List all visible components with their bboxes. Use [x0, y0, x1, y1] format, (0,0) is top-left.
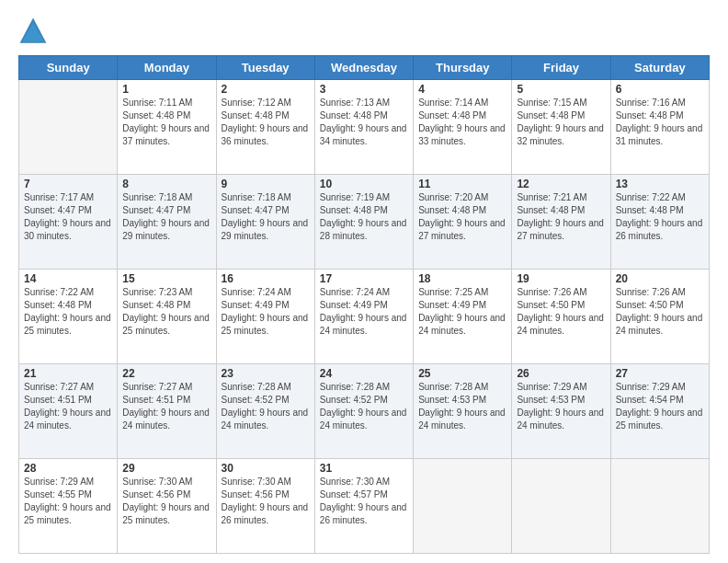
logo — [18, 17, 51, 46]
day-info: Sunrise: 7:20 AMSunset: 4:48 PMDaylight:… — [418, 191, 506, 243]
day-info: Sunrise: 7:14 AMSunset: 4:48 PMDaylight:… — [418, 97, 506, 148]
day-info: Sunrise: 7:12 AMSunset: 4:48 PMDaylight:… — [222, 97, 310, 148]
day-info: Sunrise: 7:22 AMSunset: 4:48 PMDaylight:… — [24, 286, 112, 338]
calendar-cell: 24Sunrise: 7:28 AMSunset: 4:52 PMDayligh… — [314, 364, 413, 459]
weekday-header-monday: Monday — [118, 56, 216, 80]
calendar-cell: 16Sunrise: 7:24 AMSunset: 4:49 PMDayligh… — [216, 270, 314, 364]
day-number: 14 — [24, 272, 112, 285]
day-number: 13 — [616, 178, 704, 190]
day-info: Sunrise: 7:27 AMSunset: 4:51 PMDaylight:… — [122, 381, 210, 432]
calendar-cell — [512, 459, 610, 554]
calendar-cell: 14Sunrise: 7:22 AMSunset: 4:48 PMDayligh… — [19, 270, 118, 364]
day-number: 12 — [517, 178, 605, 190]
calendar-cell: 12Sunrise: 7:21 AMSunset: 4:48 PMDayligh… — [512, 175, 610, 270]
day-info: Sunrise: 7:29 AMSunset: 4:55 PMDaylight:… — [24, 476, 112, 527]
calendar-cell: 6Sunrise: 7:16 AMSunset: 4:48 PMDaylight… — [610, 80, 709, 175]
svg-marker-1 — [22, 22, 44, 41]
day-number: 6 — [616, 83, 704, 96]
week-row-4: 21Sunrise: 7:27 AMSunset: 4:51 PMDayligh… — [19, 364, 710, 459]
day-info: Sunrise: 7:30 AMSunset: 4:56 PMDaylight:… — [122, 476, 210, 527]
day-info: Sunrise: 7:28 AMSunset: 4:53 PMDaylight:… — [418, 381, 506, 432]
day-number: 15 — [122, 272, 210, 285]
day-number: 22 — [122, 367, 210, 380]
calendar-cell: 26Sunrise: 7:29 AMSunset: 4:53 PMDayligh… — [512, 364, 610, 459]
day-info: Sunrise: 7:18 AMSunset: 4:47 PMDaylight:… — [222, 191, 310, 243]
calendar-cell: 2Sunrise: 7:12 AMSunset: 4:48 PMDaylight… — [216, 80, 314, 175]
calendar-cell: 17Sunrise: 7:24 AMSunset: 4:49 PMDayligh… — [314, 270, 413, 364]
day-info: Sunrise: 7:17 AMSunset: 4:47 PMDaylight:… — [24, 191, 112, 243]
day-number: 11 — [418, 178, 506, 190]
calendar-cell: 18Sunrise: 7:25 AMSunset: 4:49 PMDayligh… — [414, 270, 512, 364]
day-number: 18 — [418, 272, 506, 285]
calendar-cell: 5Sunrise: 7:15 AMSunset: 4:48 PMDaylight… — [512, 80, 610, 175]
weekday-header-saturday: Saturday — [610, 56, 709, 80]
day-info: Sunrise: 7:22 AMSunset: 4:48 PMDaylight:… — [616, 191, 704, 243]
calendar-cell: 3Sunrise: 7:13 AMSunset: 4:48 PMDaylight… — [314, 80, 413, 175]
calendar-cell: 9Sunrise: 7:18 AMSunset: 4:47 PMDaylight… — [216, 175, 314, 270]
day-info: Sunrise: 7:24 AMSunset: 4:49 PMDaylight:… — [320, 286, 408, 338]
day-number: 8 — [122, 178, 210, 190]
day-info: Sunrise: 7:11 AMSunset: 4:48 PMDaylight:… — [122, 97, 210, 148]
calendar-cell: 8Sunrise: 7:18 AMSunset: 4:47 PMDaylight… — [118, 175, 216, 270]
calendar-cell: 21Sunrise: 7:27 AMSunset: 4:51 PMDayligh… — [19, 364, 118, 459]
weekday-header-friday: Friday — [512, 56, 610, 80]
calendar-cell: 1Sunrise: 7:11 AMSunset: 4:48 PMDaylight… — [118, 80, 216, 175]
day-info: Sunrise: 7:13 AMSunset: 4:48 PMDaylight:… — [320, 97, 408, 148]
calendar-cell: 15Sunrise: 7:23 AMSunset: 4:48 PMDayligh… — [118, 270, 216, 364]
calendar-cell: 22Sunrise: 7:27 AMSunset: 4:51 PMDayligh… — [118, 364, 216, 459]
day-info: Sunrise: 7:15 AMSunset: 4:48 PMDaylight:… — [517, 97, 605, 148]
day-info: Sunrise: 7:30 AMSunset: 4:57 PMDaylight:… — [320, 476, 408, 527]
calendar-cell: 27Sunrise: 7:29 AMSunset: 4:54 PMDayligh… — [610, 364, 709, 459]
calendar-table: SundayMondayTuesdayWednesdayThursdayFrid… — [18, 55, 710, 554]
day-number: 28 — [24, 462, 112, 475]
week-row-3: 14Sunrise: 7:22 AMSunset: 4:48 PMDayligh… — [19, 270, 710, 364]
weekday-header-thursday: Thursday — [414, 56, 512, 80]
day-number: 27 — [616, 367, 704, 380]
day-info: Sunrise: 7:30 AMSunset: 4:56 PMDaylight:… — [222, 476, 310, 527]
day-number: 21 — [24, 367, 112, 380]
calendar-cell: 23Sunrise: 7:28 AMSunset: 4:52 PMDayligh… — [216, 364, 314, 459]
calendar-cell: 29Sunrise: 7:30 AMSunset: 4:56 PMDayligh… — [118, 459, 216, 554]
weekday-header-sunday: Sunday — [19, 56, 118, 80]
calendar-cell: 30Sunrise: 7:30 AMSunset: 4:56 PMDayligh… — [216, 459, 314, 554]
calendar-cell: 28Sunrise: 7:29 AMSunset: 4:55 PMDayligh… — [19, 459, 118, 554]
day-number: 26 — [517, 367, 605, 380]
day-info: Sunrise: 7:19 AMSunset: 4:48 PMDaylight:… — [320, 191, 408, 243]
day-number: 3 — [320, 83, 408, 96]
calendar-cell: 10Sunrise: 7:19 AMSunset: 4:48 PMDayligh… — [314, 175, 413, 270]
weekday-header-tuesday: Tuesday — [216, 56, 314, 80]
day-info: Sunrise: 7:28 AMSunset: 4:52 PMDaylight:… — [222, 381, 310, 432]
logo-icon — [18, 17, 48, 46]
week-row-2: 7Sunrise: 7:17 AMSunset: 4:47 PMDaylight… — [19, 175, 710, 270]
week-row-1: 1Sunrise: 7:11 AMSunset: 4:48 PMDaylight… — [19, 80, 710, 175]
week-row-5: 28Sunrise: 7:29 AMSunset: 4:55 PMDayligh… — [19, 459, 710, 554]
calendar-cell: 13Sunrise: 7:22 AMSunset: 4:48 PMDayligh… — [610, 175, 709, 270]
calendar-cell: 11Sunrise: 7:20 AMSunset: 4:48 PMDayligh… — [414, 175, 512, 270]
day-number: 29 — [122, 462, 210, 475]
day-info: Sunrise: 7:18 AMSunset: 4:47 PMDaylight:… — [122, 191, 210, 243]
calendar-cell — [610, 459, 709, 554]
day-number: 25 — [418, 367, 506, 380]
day-info: Sunrise: 7:26 AMSunset: 4:50 PMDaylight:… — [517, 286, 605, 338]
calendar-cell: 19Sunrise: 7:26 AMSunset: 4:50 PMDayligh… — [512, 270, 610, 364]
day-info: Sunrise: 7:29 AMSunset: 4:54 PMDaylight:… — [616, 381, 704, 432]
day-number: 16 — [222, 272, 310, 285]
day-info: Sunrise: 7:28 AMSunset: 4:52 PMDaylight:… — [320, 381, 408, 432]
calendar-cell: 7Sunrise: 7:17 AMSunset: 4:47 PMDaylight… — [19, 175, 118, 270]
day-info: Sunrise: 7:27 AMSunset: 4:51 PMDaylight:… — [24, 381, 112, 432]
day-number: 19 — [517, 272, 605, 285]
calendar-cell: 20Sunrise: 7:26 AMSunset: 4:50 PMDayligh… — [610, 270, 709, 364]
day-info: Sunrise: 7:16 AMSunset: 4:48 PMDaylight:… — [616, 97, 704, 148]
day-number: 5 — [517, 83, 605, 96]
day-number: 23 — [222, 367, 310, 380]
day-number: 2 — [222, 83, 310, 96]
calendar-cell: 25Sunrise: 7:28 AMSunset: 4:53 PMDayligh… — [414, 364, 512, 459]
day-number: 31 — [320, 462, 408, 475]
calendar-cell — [19, 80, 118, 175]
calendar-cell: 31Sunrise: 7:30 AMSunset: 4:57 PMDayligh… — [314, 459, 413, 554]
calendar-cell — [414, 459, 512, 554]
day-info: Sunrise: 7:29 AMSunset: 4:53 PMDaylight:… — [517, 381, 605, 432]
day-number: 10 — [320, 178, 408, 190]
day-number: 17 — [320, 272, 408, 285]
page: SundayMondayTuesdayWednesdayThursdayFrid… — [0, 0, 728, 563]
